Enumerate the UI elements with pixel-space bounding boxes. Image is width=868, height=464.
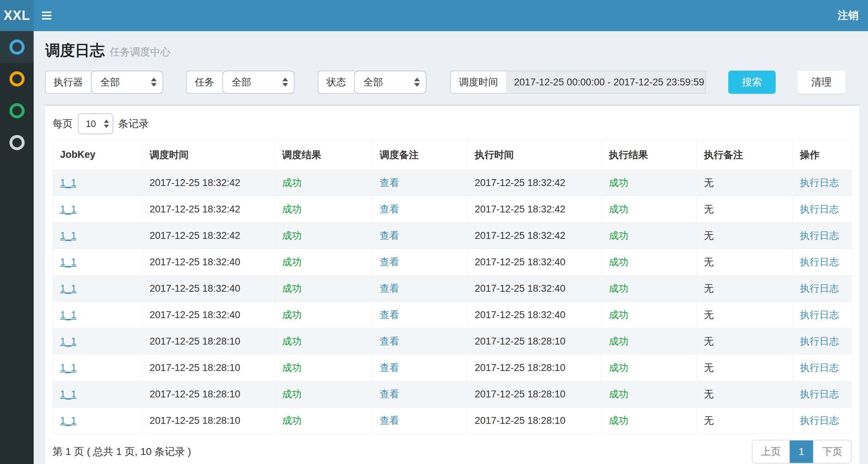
- trigger-msg-link[interactable]: 查看: [380, 336, 399, 347]
- status-filter-label: 状态: [318, 71, 354, 94]
- trigger-time-range-input[interactable]: 2017-12-25 00:00:00 - 2017-12-25 23:59:5…: [506, 71, 706, 94]
- handle-msg-text: 无: [704, 362, 714, 373]
- page-header: 调度日志 任务调度中心: [45, 41, 868, 60]
- table-row: 1_1 2017-12-25 18:32:42 成功 查看 2017-12-25…: [53, 196, 852, 223]
- trigger-msg-link[interactable]: 查看: [380, 230, 399, 241]
- trigger-time-text: 2017-12-25 18:32:40: [149, 309, 240, 320]
- trigger-msg-link[interactable]: 查看: [380, 177, 399, 188]
- table-row: 1_1 2017-12-25 18:32:42 成功 查看 2017-12-25…: [53, 170, 852, 196]
- trigger-time-text: 2017-12-25 18:32:40: [149, 283, 240, 294]
- handle-result-text: 成功: [609, 204, 628, 215]
- circle-icon: [9, 71, 25, 87]
- current-page-button[interactable]: 1: [790, 440, 813, 463]
- exec-log-link[interactable]: 执行日志: [800, 177, 839, 188]
- job-key-link[interactable]: 1_1: [60, 230, 76, 241]
- job-key-link[interactable]: 1_1: [60, 309, 76, 320]
- handle-msg-text: 无: [704, 283, 714, 294]
- handle-time-text: 2017-12-25 18:28:10: [475, 362, 565, 373]
- page-size-select[interactable]: 10: [78, 113, 113, 134]
- handle-msg-text: 无: [704, 389, 714, 400]
- exec-log-link[interactable]: 执行日志: [800, 389, 839, 400]
- job-key-link[interactable]: 1_1: [60, 362, 76, 373]
- trigger-result-text: 成功: [282, 204, 302, 215]
- trigger-msg-link[interactable]: 查看: [380, 389, 399, 400]
- sidebar-item-nav-4[interactable]: [0, 127, 34, 159]
- exec-log-link[interactable]: 执行日志: [800, 336, 839, 347]
- col-header-trigger-time: 调度时间: [142, 140, 275, 170]
- table-header-row: JobKey 调度时间 调度结果 调度备注 执行时间 执行结果 执行备注 操作: [53, 140, 852, 170]
- handle-result-text: 成功: [609, 257, 628, 267]
- page-subtitle: 任务调度中心: [110, 45, 170, 59]
- table-footer: 第 1 页 ( 总共 1 页, 10 条记录 ) 上页 1 下页: [52, 440, 852, 464]
- exec-log-link[interactable]: 执行日志: [800, 283, 839, 294]
- page-title: 调度日志: [45, 41, 105, 60]
- executor-select[interactable]: 全部: [91, 71, 163, 94]
- next-page-button[interactable]: 下页: [813, 440, 851, 463]
- handle-result-text: 成功: [609, 389, 628, 400]
- handle-time-text: 2017-12-25 18:32:40: [475, 257, 565, 267]
- handle-result-text: 成功: [609, 309, 628, 320]
- job-key-link[interactable]: 1_1: [60, 389, 76, 400]
- handle-time-text: 2017-12-25 18:32:40: [475, 283, 565, 294]
- sidebar-item-nav-1[interactable]: [0, 31, 34, 63]
- job-key-link[interactable]: 1_1: [60, 177, 76, 188]
- exec-log-link[interactable]: 执行日志: [800, 415, 839, 426]
- trigger-result-text: 成功: [282, 309, 302, 320]
- col-header-handle-time: 执行时间: [467, 140, 602, 170]
- table-row: 1_1 2017-12-25 18:28:10 成功 查看 2017-12-25…: [53, 328, 852, 355]
- select-arrows-icon: [104, 120, 109, 128]
- handle-result-text: 成功: [609, 336, 628, 347]
- select-arrows-icon: [414, 78, 420, 87]
- trigger-result-text: 成功: [282, 336, 302, 347]
- circle-icon: [9, 103, 25, 118]
- table-row: 1_1 2017-12-25 18:28:10 成功 查看 2017-12-25…: [53, 408, 852, 434]
- trigger-msg-link[interactable]: 查看: [380, 204, 399, 215]
- clear-button[interactable]: 清理: [797, 71, 846, 94]
- prev-page-button[interactable]: 上页: [753, 440, 790, 463]
- job-key-link[interactable]: 1_1: [60, 204, 76, 215]
- handle-time-text: 2017-12-25 18:28:10: [475, 336, 565, 347]
- job-key-link[interactable]: 1_1: [60, 415, 76, 426]
- handle-msg-text: 无: [704, 177, 714, 188]
- handle-msg-text: 无: [704, 230, 714, 241]
- exec-log-link[interactable]: 执行日志: [800, 204, 839, 215]
- col-header-trigger-result: 调度结果: [275, 140, 372, 170]
- exec-log-link[interactable]: 执行日志: [800, 309, 839, 320]
- search-button[interactable]: 搜索: [728, 71, 776, 94]
- exec-log-link[interactable]: 执行日志: [800, 257, 839, 267]
- exec-log-link[interactable]: 执行日志: [800, 230, 839, 241]
- table-row: 1_1 2017-12-25 18:32:40 成功 查看 2017-12-25…: [53, 275, 852, 302]
- trigger-msg-link[interactable]: 查看: [380, 309, 399, 320]
- trigger-msg-link[interactable]: 查看: [380, 257, 399, 267]
- handle-msg-text: 无: [704, 415, 714, 426]
- exec-log-link[interactable]: 执行日志: [800, 362, 839, 373]
- job-select[interactable]: 全部: [222, 71, 295, 94]
- job-log-table: JobKey 调度时间 调度结果 调度备注 执行时间 执行结果 执行备注 操作 …: [52, 140, 852, 434]
- select-arrows-icon: [151, 78, 157, 87]
- handle-msg-text: 无: [704, 257, 714, 267]
- job-key-link[interactable]: 1_1: [60, 257, 76, 267]
- content-area: 调度日志 任务调度中心 执行器 全部 任务 全部 状态 全部: [34, 31, 868, 464]
- job-key-link[interactable]: 1_1: [60, 283, 76, 294]
- top-navbar: XXL 注销: [0, 0, 868, 31]
- trigger-result-text: 成功: [282, 177, 302, 188]
- trigger-time-filter-label: 调度时间: [450, 71, 506, 94]
- sidebar-item-nav-2[interactable]: [0, 63, 34, 95]
- handle-time-text: 2017-12-25 18:32:42: [475, 230, 565, 241]
- executor-filter-group: 执行器 全部: [45, 71, 163, 94]
- sidebar-item-nav-3[interactable]: [0, 95, 34, 127]
- app-logo[interactable]: XXL: [0, 0, 34, 31]
- trigger-msg-link[interactable]: 查看: [380, 415, 399, 426]
- sidebar-toggle-button[interactable]: [34, 0, 60, 31]
- trigger-msg-link[interactable]: 查看: [380, 283, 399, 294]
- hamburger-icon: [42, 12, 51, 20]
- status-select[interactable]: 全部: [354, 71, 426, 94]
- trigger-time-text: 2017-12-25 18:28:10: [149, 362, 240, 373]
- pagination: 上页 1 下页: [752, 440, 852, 464]
- job-filter-label: 任务: [186, 71, 222, 94]
- filter-toolbar: 执行器 全部 任务 全部 状态 全部 调度时间 2017-12-25: [45, 71, 859, 94]
- logout-button[interactable]: 注销: [838, 0, 859, 31]
- handle-time-text: 2017-12-25 18:28:10: [475, 415, 565, 426]
- job-key-link[interactable]: 1_1: [60, 336, 76, 347]
- trigger-msg-link[interactable]: 查看: [380, 362, 399, 373]
